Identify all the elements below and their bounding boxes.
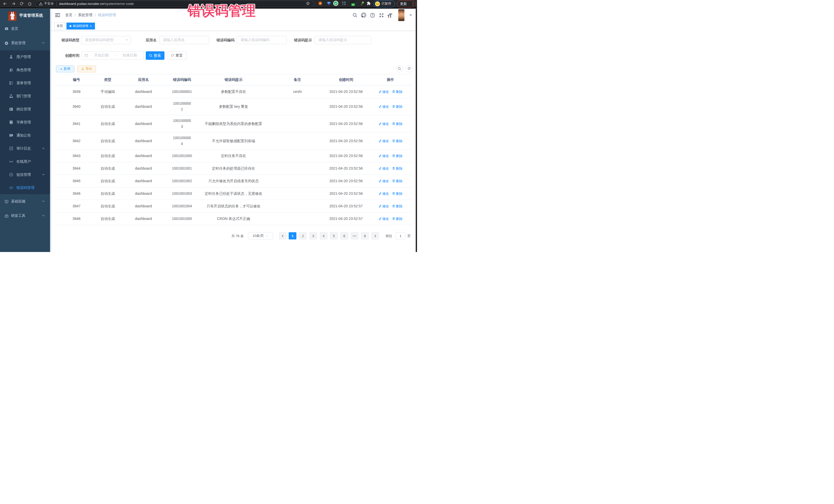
svg-text:on: on — [352, 4, 354, 6]
